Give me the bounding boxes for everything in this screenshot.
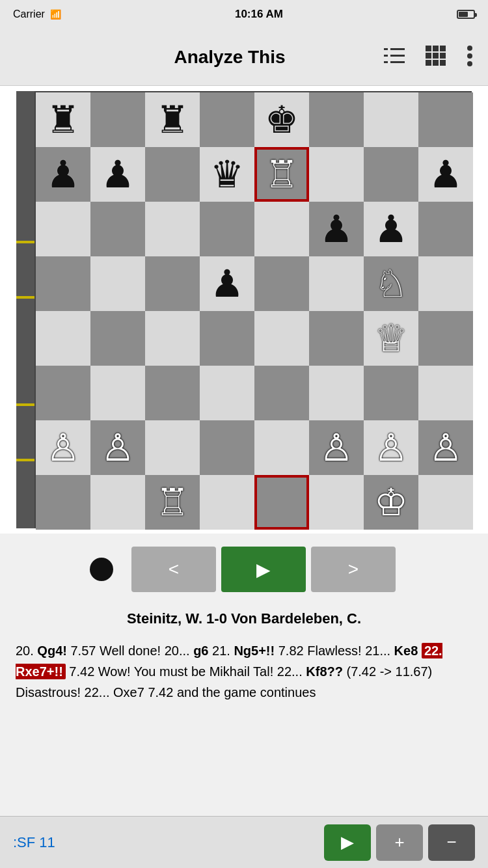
cell-7-4[interactable] — [254, 475, 309, 530]
cell-3-6[interactable]: ♘ — [364, 256, 418, 311]
svg-rect-13 — [433, 60, 439, 66]
piece-0-4: ♚ — [265, 101, 299, 139]
cell-2-1[interactable] — [90, 202, 145, 256]
cell-0-1[interactable] — [90, 92, 145, 147]
cell-2-7[interactable] — [418, 202, 473, 256]
next-move-button[interactable]: > — [311, 547, 396, 592]
cell-6-1[interactable]: ♙ — [90, 420, 145, 475]
cell-7-2[interactable]: ♖ — [145, 475, 200, 530]
cell-4-0[interactable] — [36, 311, 90, 366]
piece-7-6: ♔ — [374, 483, 408, 521]
cell-2-6[interactable]: ♟ — [364, 202, 418, 256]
cell-6-3[interactable] — [200, 420, 254, 475]
cell-6-7[interactable]: ♙ — [418, 420, 473, 475]
cell-1-5[interactable] — [309, 147, 364, 202]
cell-2-0[interactable] — [36, 202, 90, 256]
cell-7-0[interactable] — [36, 475, 90, 530]
piece-1-0: ♟ — [46, 156, 80, 193]
cell-5-3[interactable] — [200, 366, 254, 420]
cell-0-7[interactable] — [418, 92, 473, 147]
chess-board[interactable]: ♜♜♚♟♟♛♖♟♟♟♟♘♕♙♙♙♙♙♖♔ — [34, 91, 472, 528]
cell-1-3[interactable]: ♛ — [200, 147, 254, 202]
svg-rect-10 — [433, 53, 439, 59]
prev-move-button[interactable]: < — [131, 547, 216, 592]
sf-link[interactable]: :SF 11 — [13, 834, 55, 851]
cell-1-2[interactable] — [145, 147, 200, 202]
cell-5-4[interactable] — [254, 366, 309, 420]
cell-3-5[interactable] — [309, 256, 364, 311]
cell-3-3[interactable]: ♟ — [200, 256, 254, 311]
cell-1-0[interactable]: ♟ — [36, 147, 90, 202]
cell-5-7[interactable] — [418, 366, 473, 420]
cell-3-4[interactable] — [254, 256, 309, 311]
cell-5-2[interactable] — [145, 366, 200, 420]
sidebar-marker-3 — [16, 403, 34, 406]
svg-rect-5 — [384, 61, 388, 63]
cell-4-7[interactable] — [418, 311, 473, 366]
svg-point-15 — [467, 46, 472, 51]
more-icon — [467, 46, 472, 66]
more-button[interactable] — [465, 43, 475, 71]
cell-6-5[interactable]: ♙ — [309, 420, 364, 475]
cell-1-4[interactable]: ♖ — [254, 147, 309, 202]
cell-3-0[interactable] — [36, 256, 90, 311]
carrier-label: Carrier — [13, 8, 45, 20]
list-view-button[interactable] — [381, 44, 407, 70]
cell-7-6[interactable]: ♔ — [364, 475, 418, 530]
move-20: 20. Qg4! 7.57 Well done! 20... g6 21. Ng… — [16, 643, 442, 699]
game-info: Steinitz, W. 1-0 Von Bardeleben, C. — [0, 603, 488, 632]
cell-4-6[interactable]: ♕ — [364, 311, 418, 366]
cell-3-7[interactable] — [418, 256, 473, 311]
svg-point-17 — [467, 61, 472, 66]
cell-0-3[interactable] — [200, 92, 254, 147]
piece-1-1: ♟ — [101, 156, 135, 193]
cell-0-5[interactable] — [309, 92, 364, 147]
cell-4-2[interactable] — [145, 311, 200, 366]
cell-1-6[interactable] — [364, 147, 418, 202]
cell-6-6[interactable]: ♙ — [364, 420, 418, 475]
cell-0-0[interactable]: ♜ — [36, 92, 90, 147]
cell-2-5[interactable]: ♟ — [309, 202, 364, 256]
cell-2-2[interactable] — [145, 202, 200, 256]
cell-5-0[interactable] — [36, 366, 90, 420]
cell-6-4[interactable] — [254, 420, 309, 475]
piece-7-2: ♖ — [156, 483, 189, 521]
cell-2-4[interactable] — [254, 202, 309, 256]
zoom-out-button[interactable]: − — [428, 824, 475, 861]
cell-4-3[interactable] — [200, 311, 254, 366]
svg-rect-2 — [390, 55, 405, 57]
cell-2-3[interactable] — [200, 202, 254, 256]
svg-rect-11 — [440, 53, 446, 59]
cell-3-1[interactable] — [90, 256, 145, 311]
zoom-in-button[interactable]: + — [376, 824, 423, 861]
cell-4-1[interactable] — [90, 311, 145, 366]
play-button[interactable]: ▶ — [221, 547, 306, 592]
cell-4-5[interactable] — [309, 311, 364, 366]
piece-6-0: ♙ — [46, 429, 80, 467]
cell-7-1[interactable] — [90, 475, 145, 530]
cell-7-7[interactable] — [418, 475, 473, 530]
cell-0-4[interactable]: ♚ — [254, 92, 309, 147]
cell-7-3[interactable] — [200, 475, 254, 530]
cell-1-7[interactable]: ♟ — [418, 147, 473, 202]
cell-0-6[interactable] — [364, 92, 418, 147]
grid-view-button[interactable] — [423, 43, 449, 71]
cell-6-2[interactable] — [145, 420, 200, 475]
svg-rect-3 — [384, 55, 388, 57]
cell-0-2[interactable]: ♜ — [145, 92, 200, 147]
cell-4-4[interactable] — [254, 311, 309, 366]
cell-5-6[interactable] — [364, 366, 418, 420]
cell-7-5[interactable] — [309, 475, 364, 530]
svg-rect-0 — [390, 48, 405, 50]
cell-3-2[interactable] — [145, 256, 200, 311]
cell-6-0[interactable]: ♙ — [36, 420, 90, 475]
bottom-play-button[interactable]: ▶ — [324, 824, 371, 861]
svg-rect-12 — [426, 60, 431, 66]
piece-6-7: ♙ — [429, 429, 463, 467]
cell-5-1[interactable] — [90, 366, 145, 420]
cell-1-1[interactable]: ♟ — [90, 147, 145, 202]
wifi-icon: 📶 — [50, 9, 61, 20]
cell-5-5[interactable] — [309, 366, 364, 420]
nav-title: Analyze This — [174, 47, 285, 68]
piece-3-6: ♘ — [374, 265, 408, 303]
